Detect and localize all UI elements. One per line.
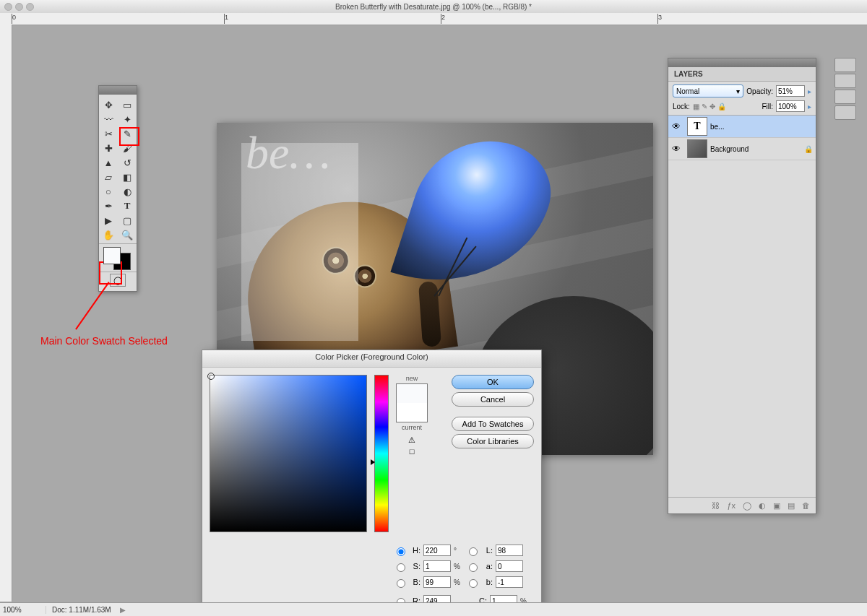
crop-tool-icon[interactable]: ✂ bbox=[99, 126, 118, 141]
window-title: Broken Butterfly with Desaturate.jpg @ 1… bbox=[0, 3, 867, 11]
layer-row[interactable]: 👁 Background 🔒 bbox=[668, 138, 816, 160]
zoom-tool-icon[interactable]: 🔍 bbox=[118, 227, 137, 242]
lb-input[interactable] bbox=[496, 576, 523, 588]
collapsed-panel-dock[interactable] bbox=[834, 58, 856, 120]
s-radio[interactable] bbox=[397, 563, 405, 572]
l-label: L: bbox=[483, 546, 493, 555]
b-label: B: bbox=[410, 578, 420, 586]
collapsed-panel-icon[interactable] bbox=[834, 105, 856, 120]
fill-input[interactable] bbox=[776, 100, 805, 112]
blur-tool-icon[interactable]: ○ bbox=[99, 184, 118, 199]
lasso-tool-icon[interactable]: 〰 bbox=[99, 112, 118, 126]
lock-image-icon[interactable]: ✎ bbox=[702, 103, 707, 110]
hue-slider[interactable] bbox=[374, 375, 389, 532]
layers-panel[interactable]: LAYERS Normal▾ Opacity: ▸ Lock: ▦ ✎ ✥ 🔒 … bbox=[668, 58, 816, 514]
h-label: H: bbox=[410, 546, 420, 555]
traffic-lights[interactable] bbox=[4, 3, 34, 11]
opacity-label: Opacity: bbox=[746, 87, 773, 95]
lock-transparency-icon[interactable]: ▦ bbox=[693, 103, 699, 110]
magic-wand-tool-icon[interactable]: ✦ bbox=[118, 112, 137, 126]
color-libraries-button[interactable]: Color Libraries bbox=[452, 434, 534, 448]
foreground-color-swatch[interactable] bbox=[103, 247, 121, 264]
group-icon[interactable]: ▣ bbox=[773, 501, 780, 511]
color-field[interactable] bbox=[210, 375, 367, 532]
visibility-toggle-icon[interactable]: 👁 bbox=[668, 121, 684, 131]
clone-stamp-tool-icon[interactable]: ▲ bbox=[99, 155, 118, 170]
layers-tab[interactable]: LAYERS bbox=[668, 67, 816, 82]
ruler-horizontal: 0 1 2 3 bbox=[0, 13, 867, 25]
link-layers-icon[interactable]: ⛓ bbox=[712, 501, 720, 510]
collapsed-panel-icon[interactable] bbox=[834, 74, 856, 88]
pen-tool-icon[interactable]: ✒ bbox=[99, 199, 118, 213]
current-label: current bbox=[402, 424, 422, 431]
visibility-toggle-icon[interactable]: 👁 bbox=[668, 144, 684, 154]
add-to-swatches-button[interactable]: Add To Swatches bbox=[452, 417, 534, 431]
panel-grip[interactable] bbox=[99, 86, 137, 95]
shape-tool-icon[interactable]: ▢ bbox=[118, 213, 137, 227]
eyedropper-tool-icon[interactable]: ✎ bbox=[118, 126, 137, 141]
status-bar: 100% Doc: 1.11M/1.63M ▶ bbox=[0, 602, 867, 616]
l-radio[interactable] bbox=[469, 547, 478, 556]
new-current-swatch[interactable] bbox=[396, 383, 428, 422]
healing-brush-tool-icon[interactable]: ✚ bbox=[99, 141, 118, 155]
annotation-text: Main Color Swatch Selected bbox=[40, 335, 168, 347]
window-titlebar: Broken Butterfly with Desaturate.jpg @ 1… bbox=[0, 0, 867, 13]
lb-radio[interactable] bbox=[469, 579, 478, 588]
opacity-input[interactable] bbox=[776, 85, 805, 97]
dialog-title: Color Picker (Foreground Color) bbox=[202, 350, 541, 368]
tools-panel[interactable]: ✥ ▭ 〰 ✦ ✂ ✎ ✚ 🖌 ▲ ↺ ▱ ◧ ○ ◐ ✒ T ▶ ▢ ✋ 🔍 … bbox=[98, 85, 137, 292]
brush-tool-icon[interactable]: 🖌 bbox=[118, 141, 137, 155]
s-input[interactable] bbox=[423, 560, 451, 572]
gradient-tool-icon[interactable]: ◧ bbox=[118, 170, 137, 184]
hand-tool-icon[interactable]: ✋ bbox=[99, 227, 118, 242]
fill-label: Fill: bbox=[762, 103, 773, 110]
history-brush-tool-icon[interactable]: ↺ bbox=[118, 155, 137, 170]
ok-button[interactable]: OK bbox=[452, 375, 534, 389]
path-selection-tool-icon[interactable]: ▶ bbox=[99, 213, 118, 227]
layer-thumbnail[interactable]: T bbox=[687, 117, 707, 136]
new-label: new bbox=[406, 375, 418, 382]
ruler-vertical bbox=[0, 25, 12, 602]
lock-all-icon[interactable]: 🔒 bbox=[717, 103, 726, 110]
h-input[interactable] bbox=[423, 545, 451, 556]
a-input[interactable] bbox=[496, 560, 523, 572]
layer-thumbnail[interactable] bbox=[687, 139, 707, 158]
adjustment-layer-icon[interactable]: ◐ bbox=[759, 501, 766, 511]
cancel-button[interactable]: Cancel bbox=[452, 392, 534, 407]
new-layer-icon[interactable]: ▤ bbox=[788, 501, 795, 511]
marquee-tool-icon[interactable]: ▭ bbox=[118, 97, 137, 112]
move-tool-icon[interactable]: ✥ bbox=[99, 97, 118, 112]
layer-name[interactable]: Background bbox=[710, 145, 804, 153]
type-tool-icon[interactable]: T bbox=[118, 199, 137, 213]
layer-style-icon[interactable]: ƒx bbox=[727, 501, 736, 510]
quick-mask-toggle[interactable]: ◯ bbox=[110, 274, 126, 287]
layer-mask-icon[interactable]: ◯ bbox=[743, 501, 751, 511]
dodge-tool-icon[interactable]: ◐ bbox=[118, 184, 137, 199]
eraser-tool-icon[interactable]: ▱ bbox=[99, 170, 118, 184]
panel-grip[interactable] bbox=[668, 58, 816, 67]
l-input[interactable] bbox=[496, 545, 523, 556]
a-label: a: bbox=[483, 562, 493, 571]
collapsed-panel-icon[interactable] bbox=[834, 90, 856, 104]
b-radio[interactable] bbox=[397, 579, 405, 588]
status-menu-icon[interactable]: ▶ bbox=[120, 606, 126, 614]
layers-footer: ⛓ ƒx ◯ ◐ ▣ ▤ 🗑 bbox=[668, 497, 816, 513]
a-radio[interactable] bbox=[469, 563, 478, 572]
delete-layer-icon[interactable]: 🗑 bbox=[802, 501, 810, 510]
zoom-level[interactable]: 100% bbox=[0, 606, 46, 614]
color-picker-dialog[interactable]: Color Picker (Foreground Color) new curr… bbox=[202, 350, 542, 616]
doc-size: Doc: 1.11M/1.63M bbox=[46, 606, 117, 614]
lb-label: b: bbox=[483, 578, 493, 586]
lock-position-icon[interactable]: ✥ bbox=[709, 103, 715, 110]
h-radio[interactable] bbox=[397, 547, 405, 556]
text-layer-be: be… bbox=[246, 130, 330, 176]
websafe-warning-icon[interactable]: □ bbox=[410, 447, 415, 456]
b-input[interactable] bbox=[423, 576, 451, 588]
layer-name[interactable]: be... bbox=[710, 123, 816, 131]
layer-row[interactable]: 👁 T be... bbox=[668, 116, 816, 138]
lock-label: Lock: bbox=[673, 103, 690, 110]
s-label: S: bbox=[410, 562, 420, 571]
collapsed-panel-icon[interactable] bbox=[834, 58, 856, 72]
gamut-warning-icon[interactable]: ⚠ bbox=[408, 435, 415, 445]
blend-mode-select[interactable]: Normal▾ bbox=[673, 84, 743, 97]
